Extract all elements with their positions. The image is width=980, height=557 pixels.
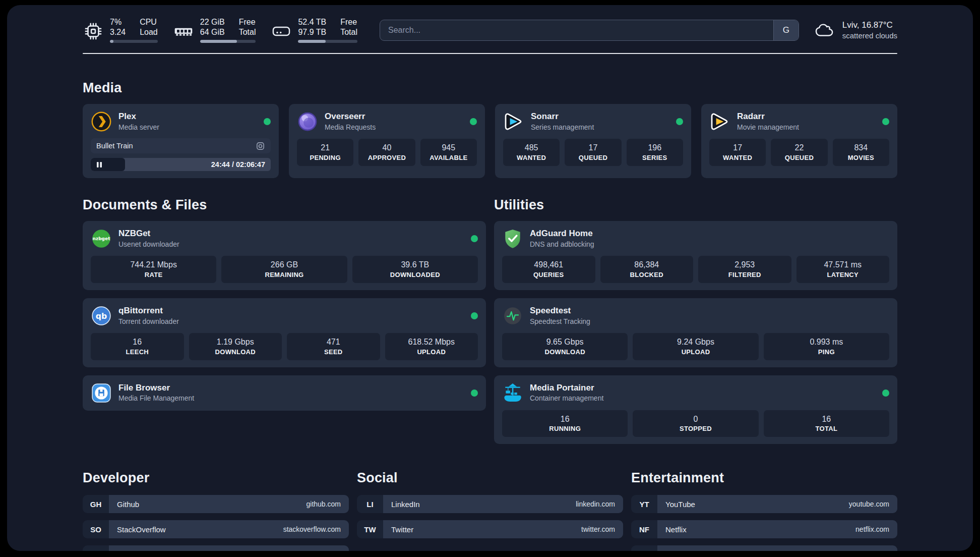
app-card-overseerr[interactable]: Overseerr Media Requests 21 PENDING 40 A… bbox=[289, 104, 485, 178]
utilities-section-title: Utilities bbox=[494, 197, 897, 213]
bookmark-url: netflix.com bbox=[855, 525, 889, 533]
app-name: Sonarr bbox=[531, 112, 594, 122]
bookmark-url: stackoverflow.com bbox=[283, 525, 341, 533]
bookmark-name: LinkedIn bbox=[391, 500, 420, 509]
bookmark-abbr: RE bbox=[631, 545, 657, 551]
stat-filtered: 2,953 FILTERED bbox=[698, 256, 791, 283]
cpu-icon bbox=[83, 21, 104, 42]
bookmark-name: Reddit bbox=[665, 550, 687, 551]
stat-ping: 0.993 ms PING bbox=[764, 333, 889, 360]
entertainment-section-title: Entertainment bbox=[631, 470, 897, 486]
now-playing-title: Bullet Train bbox=[96, 142, 133, 150]
disk-progress-bar bbox=[298, 40, 357, 43]
pause-icon[interactable] bbox=[96, 161, 102, 168]
bookmark-reddit[interactable]: RE Reddit reddit.com bbox=[631, 545, 897, 551]
cast-session-icon[interactable] bbox=[256, 141, 265, 151]
bookmark-github[interactable]: GH Github github.com bbox=[83, 495, 349, 513]
app-name: Speedtest bbox=[530, 306, 590, 316]
bookmark-url: dev.to bbox=[322, 550, 341, 551]
app-card-sonarr[interactable]: Sonarr Series management 485 WANTED 17 Q… bbox=[495, 104, 691, 178]
stat-wanted: 485 WANTED bbox=[503, 139, 560, 166]
bookmark-stackoverflow[interactable]: SO StackOverflow stackoverflow.com bbox=[83, 520, 349, 538]
ram-progress-bar bbox=[200, 40, 256, 43]
ram-metric: 22 GiB 64 GiB Free Total bbox=[173, 17, 256, 43]
app-name: Media Portainer bbox=[530, 383, 603, 393]
app-subtitle: Media server bbox=[118, 123, 159, 132]
stat-rate: 744.21 Mbps RATE bbox=[91, 256, 216, 283]
qbittorrent-icon: qb bbox=[91, 305, 112, 326]
status-online-dot bbox=[471, 235, 478, 242]
portainer-icon bbox=[502, 382, 523, 404]
search-input[interactable] bbox=[380, 20, 773, 40]
stat-approved: 40 APPROVED bbox=[358, 139, 415, 166]
app-name: qBittorrent bbox=[118, 306, 179, 316]
bookmark-name: StackOverflow bbox=[117, 525, 166, 534]
bookmark-youtube[interactable]: YT YouTube youtube.com bbox=[631, 495, 897, 513]
stat-latency: 47.571 ms LATENCY bbox=[797, 256, 890, 283]
svg-text:nzbget: nzbget bbox=[93, 236, 111, 241]
status-online-dot bbox=[471, 312, 478, 319]
app-subtitle: Usenet downloader bbox=[118, 240, 179, 249]
ram-free-value: 22 GiB bbox=[200, 17, 225, 27]
stat-series: 196 SERIES bbox=[627, 139, 683, 166]
app-subtitle: Series management bbox=[531, 123, 594, 132]
stat-seed: 471 SEED bbox=[287, 333, 380, 360]
search-engine-button[interactable]: G bbox=[773, 20, 799, 40]
cpu-usage-value: 7% bbox=[110, 17, 126, 27]
app-card-filebrowser[interactable]: File Browser Media File Management bbox=[83, 375, 486, 411]
overseerr-icon bbox=[297, 111, 318, 132]
bookmark-linkedin[interactable]: LI LinkedIn linkedin.com bbox=[357, 495, 623, 513]
bookmark-name: Netflix bbox=[665, 525, 687, 534]
bookmark-dev[interactable]: DT DEV dev.to bbox=[83, 545, 349, 551]
app-card-qbittorrent[interactable]: qb qBittorrent Torrent downloader 16 LEE… bbox=[83, 298, 486, 367]
bookmark-url: github.com bbox=[307, 500, 341, 508]
cloud-icon bbox=[814, 21, 835, 39]
app-name: Plex bbox=[118, 112, 159, 122]
app-card-nzbget[interactable]: nzbget NZBGet Usenet downloader 744.21 M… bbox=[83, 221, 486, 290]
disk-icon bbox=[271, 21, 292, 42]
app-card-plex[interactable]: Plex Media server Bullet Train bbox=[83, 104, 279, 178]
app-name: File Browser bbox=[118, 383, 194, 393]
cpu-load-value: 3.24 bbox=[110, 27, 126, 37]
stat-running: 16 RUNNING bbox=[502, 410, 628, 437]
status-online-dot bbox=[882, 389, 889, 397]
bookmark-abbr: SO bbox=[83, 520, 109, 538]
stat-upload: 9.24 Gbps UPLOAD bbox=[633, 333, 758, 360]
search-bar: G bbox=[380, 20, 799, 41]
stat-movies: 834 MOVIES bbox=[833, 139, 889, 166]
filebrowser-icon bbox=[91, 382, 112, 404]
svg-text:qb: qb bbox=[96, 311, 107, 321]
app-card-adguard[interactable]: AdGuard Home DNS and adblocking 498,461 … bbox=[494, 221, 897, 290]
cpu-load-label: Load bbox=[140, 27, 158, 37]
app-subtitle: Torrent downloader bbox=[118, 317, 179, 326]
stat-downloaded: 39.6 TB DOWNLOADED bbox=[352, 256, 478, 283]
ram-total-value: 64 GiB bbox=[200, 27, 225, 37]
stat-blocked: 86,384 BLOCKED bbox=[600, 256, 694, 283]
weather-location-temp: Lviv, 16.87°C bbox=[842, 20, 897, 31]
stat-leech: 16 LEECH bbox=[91, 333, 184, 360]
status-online-dot bbox=[264, 118, 271, 125]
bookmark-abbr: TW bbox=[357, 520, 383, 538]
dashboard-frame: 7% 3.24 CPU Load bbox=[7, 5, 973, 551]
disk-metric: 52.4 TB 97.9 TB Free Total bbox=[271, 17, 357, 43]
playback-progress-bar[interactable]: 24:44 / 02:06:47 bbox=[91, 158, 271, 171]
app-subtitle: Container management bbox=[530, 394, 603, 403]
bookmark-abbr: DT bbox=[83, 545, 109, 551]
app-subtitle: Media Requests bbox=[325, 123, 376, 132]
bookmark-abbr: LI bbox=[357, 495, 383, 513]
app-card-radarr[interactable]: Radarr Movie management 17 WANTED 22 QUE… bbox=[701, 104, 897, 178]
status-online-dot bbox=[471, 389, 478, 397]
app-card-speedtest[interactable]: Speedtest Speedtest Tracking 9.65 Gbps D… bbox=[494, 298, 897, 367]
app-name: Overseerr bbox=[325, 112, 376, 122]
stat-pending: 21 PENDING bbox=[297, 139, 353, 166]
app-subtitle: DNS and adblocking bbox=[530, 240, 594, 249]
bookmark-netflix[interactable]: NF Netflix netflix.com bbox=[631, 520, 897, 538]
nzbget-icon: nzbget bbox=[91, 228, 112, 249]
bookmark-url: twitter.com bbox=[581, 525, 615, 533]
bookmark-twitter[interactable]: TW Twitter twitter.com bbox=[357, 520, 623, 538]
disk-total-value: 97.9 TB bbox=[298, 27, 326, 37]
bookmark-name: Github bbox=[117, 500, 139, 509]
stat-available: 945 AVAILABLE bbox=[420, 139, 477, 166]
app-card-portainer[interactable]: Media Portainer Container management 16 … bbox=[494, 375, 897, 444]
adguard-icon bbox=[502, 228, 523, 249]
